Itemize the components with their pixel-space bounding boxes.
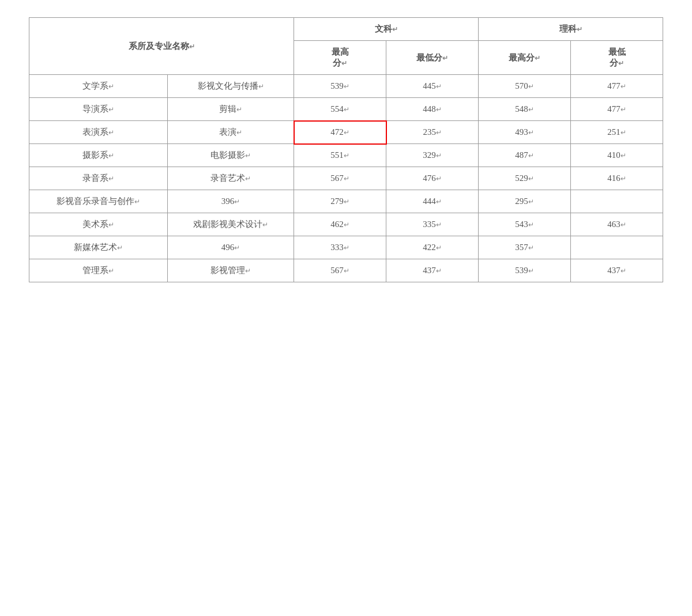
wenke-max-cell: 539↵ — [294, 75, 386, 98]
header-like-max: 最高分↵ — [479, 41, 571, 75]
header-like-min: 最低分↵ — [571, 41, 663, 75]
wenke-min-cell: 448↵ — [386, 98, 479, 121]
dept-cell: 摄影系↵ — [29, 144, 168, 167]
wenke-max-value: 554 — [330, 104, 344, 114]
like-max-value: 529 — [515, 173, 528, 183]
like-max-cell: 493↵ — [479, 121, 571, 144]
dept-name: 表演系 — [82, 127, 108, 137]
wenke-min-cell: 279↵ — [294, 190, 386, 213]
like-max-cell: 539↵ — [479, 259, 571, 282]
wenke-max-cell: 551↵ — [294, 144, 386, 167]
like-max-cell: 422↵ — [386, 236, 479, 259]
major-name: 表演 — [219, 127, 236, 137]
like-min-value: 357 — [515, 243, 528, 252]
dept-cell: 表演系↵ — [29, 121, 168, 144]
wenke-max-value: 472 — [330, 127, 344, 137]
like-max-value: 444 — [423, 196, 436, 206]
wenke-min-cell: 476↵ — [386, 167, 479, 190]
wenke-max-cell: 567↵ — [294, 167, 386, 190]
wenke-min-value: 445 — [423, 81, 436, 90]
wenke-min-value: 279 — [330, 196, 344, 206]
like-max-cell: 570↵ — [479, 75, 571, 98]
wenke-min-cell: 445↵ — [386, 75, 479, 98]
major-cell: 表演↵ — [168, 121, 294, 144]
like-min-value: 477 — [607, 81, 620, 90]
wenke-max-value: 396 — [221, 196, 235, 206]
wenke-max-value: 539 — [330, 81, 344, 90]
wenke-min-value: 476 — [423, 173, 436, 183]
dept-name: 导演系 — [82, 104, 108, 114]
like-max-value: 543 — [515, 220, 528, 229]
like-min-value: 295 — [515, 196, 528, 206]
major-name: 影视文化与传播 — [198, 81, 258, 90]
wenke-min-cell: 235↵ — [386, 121, 479, 144]
dept-name: 文学系 — [82, 81, 108, 90]
major-cell: 剪辑↵ — [168, 98, 294, 121]
major-name: 电影摄影 — [210, 150, 245, 160]
wenke-min-value: 448 — [423, 104, 436, 114]
wenke-max-value: 551 — [330, 150, 344, 160]
like-max-value: 539 — [515, 266, 528, 275]
dept-cell: 管理系↵ — [29, 259, 168, 282]
like-min-cell: 477↵ — [571, 98, 663, 121]
like-min-value: 437 — [607, 266, 620, 275]
dept-cell: 录音系↵ — [29, 167, 168, 190]
wenke-min-value: 333 — [330, 243, 344, 252]
header-wenke-max: 最高分↵ — [294, 41, 386, 75]
major-name: 影视音乐录音与创作 — [57, 196, 134, 206]
wenke-max-value: 567 — [330, 173, 344, 183]
major-name: 录音艺术 — [210, 173, 245, 183]
header-wenke-min: 最低分↵ — [386, 41, 479, 75]
wenke-max-cell: 472↵ — [294, 121, 386, 144]
wenke-min-value: 437 — [423, 266, 436, 275]
like-min-cell: 477↵ — [571, 75, 663, 98]
major-cell: 新媒体艺术↵ — [29, 236, 168, 259]
dept-cell: 美术系↵ — [29, 213, 168, 236]
like-max-cell: 543↵ — [479, 213, 571, 236]
like-min-cell: 463↵ — [571, 213, 663, 236]
wenke-max-cell: 567↵ — [294, 259, 386, 282]
wenke-max-cell: 396↵ — [168, 190, 294, 213]
wenke-max-cell: 554↵ — [294, 98, 386, 121]
major-name: 戏剧影视美术设计 — [193, 220, 262, 229]
like-min-cell: 437↵ — [571, 259, 663, 282]
like-max-value: 487 — [515, 150, 528, 160]
like-max-cell: 487↵ — [479, 144, 571, 167]
wenke-max-value: 567 — [330, 266, 344, 275]
major-name: 新媒体艺术 — [74, 243, 117, 252]
like-max-cell: 529↵ — [479, 167, 571, 190]
like-max-value: 570 — [515, 81, 528, 90]
like-max-value: 548 — [515, 104, 528, 114]
major-cell: 戏剧影视美术设计↵ — [168, 213, 294, 236]
header-dept: 系所及专业名称↵ — [29, 18, 294, 75]
wenke-max-value: 496 — [221, 243, 235, 252]
like-min-value: 463 — [607, 220, 620, 229]
wenke-min-value: 335 — [423, 220, 436, 229]
like-min-cell: 416↵ — [571, 167, 663, 190]
major-name: 影视管理 — [210, 266, 245, 275]
like-min-value: 416 — [607, 173, 620, 183]
wenke-min-value: 235 — [423, 127, 437, 137]
dept-name: 录音系 — [82, 173, 108, 183]
dept-cell: 文学系↵ — [29, 75, 168, 98]
dept-cell: 导演系↵ — [29, 98, 168, 121]
like-max-cell: 444↵ — [386, 190, 479, 213]
major-cell: 电影摄影↵ — [168, 144, 294, 167]
major-name: 剪辑 — [219, 104, 236, 114]
wenke-min-cell: 329↵ — [386, 144, 479, 167]
header-like: 理科↵ — [479, 18, 663, 41]
header-wenke: 文科↵ — [294, 18, 479, 41]
like-max-value: 493 — [515, 127, 528, 137]
major-cell: 影视文化与传播↵ — [168, 75, 294, 98]
like-min-cell: 410↵ — [571, 144, 663, 167]
like-min-cell: 357↵ — [479, 236, 571, 259]
wenke-max-cell: 462↵ — [294, 213, 386, 236]
like-max-value: 422 — [423, 243, 436, 252]
like-min-value: 410 — [607, 150, 620, 160]
dept-name: 美术系 — [82, 220, 108, 229]
like-min-cell: 295↵ — [479, 190, 571, 213]
wenke-min-value: 329 — [423, 150, 436, 160]
table-wrapper: 系所及专业名称↵ 文科↵ 理科↵ 最高分↵ 最低分↵ 最高分↵ — [29, 17, 663, 282]
wenke-max-cell: 496↵ — [168, 236, 294, 259]
like-min-value: 251 — [607, 127, 620, 137]
